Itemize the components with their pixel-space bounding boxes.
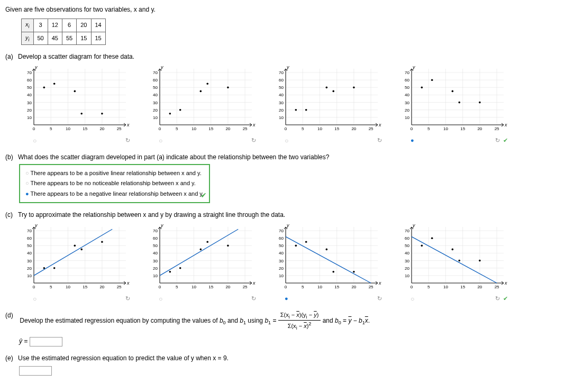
line-option-a[interactable]: 102030405060700510152025yx ○ ↻ [19,224,130,304]
svg-text:40: 40 [279,251,284,256]
svg-point-68 [206,83,208,85]
svg-text:30: 30 [27,101,32,105]
intro-text: Given are five observations for two vari… [5,5,560,14]
svg-text:60: 60 [405,236,409,241]
svg-line-170 [34,229,112,276]
svg-text:y: y [34,224,38,228]
svg-text:y: y [412,224,415,228]
svg-point-69 [227,87,229,89]
part-a-text: Develop a scatter diagram for these data… [18,53,134,60]
reset-icon[interactable]: ↻ [495,136,500,144]
svg-text:30: 30 [405,101,409,105]
svg-text:20: 20 [279,266,284,270]
scatter-option-d[interactable]: 102030405060700510152025yx ● ↻✔ [397,66,508,145]
svg-point-137 [452,90,454,93]
svg-text:x: x [504,122,507,127]
svg-text:0: 0 [33,285,35,289]
svg-text:15: 15 [83,285,87,289]
reset-icon[interactable]: ↻ [251,295,256,304]
reset-icon[interactable]: ↻ [251,136,256,145]
svg-text:50: 50 [279,85,284,90]
reset-icon[interactable]: ↻ [125,295,130,304]
svg-text:30: 30 [27,258,32,263]
radio-unselected-icon[interactable]: ○ [159,295,162,304]
line-option-d[interactable]: 102030405060700510152025yx ○ ↻✔ [397,224,508,304]
svg-text:40: 40 [27,93,32,98]
svg-text:10: 10 [279,274,284,278]
svg-text:10: 10 [279,115,284,120]
yhat-input[interactable] [30,337,62,347]
part-e-text: Use the estimated regression equation to… [18,354,229,362]
svg-text:20: 20 [351,126,356,131]
svg-text:20: 20 [27,266,32,270]
radio-selected-icon[interactable]: ● [411,136,414,144]
svg-text:40: 40 [153,251,158,256]
radio-unselected-icon[interactable]: ○ [33,136,37,145]
svg-text:60: 60 [405,78,409,83]
svg-point-172 [53,267,56,269]
svg-text:10: 10 [66,285,70,289]
svg-text:25: 25 [495,126,499,131]
svg-point-244 [326,248,328,250]
svg-text:15: 15 [83,126,87,131]
cell: 14 [91,19,105,32]
svg-text:0: 0 [159,126,161,131]
svg-point-103 [332,90,334,93]
svg-point-100 [295,109,297,111]
svg-point-139 [479,102,481,104]
svg-text:0: 0 [285,285,287,289]
svg-point-138 [458,102,460,104]
reset-icon[interactable]: ↻ [377,136,382,145]
part-b-text: What does the scatter diagram developed … [18,153,329,161]
svg-text:20: 20 [477,285,482,289]
svg-line-278 [412,236,497,283]
mc-option-1[interactable]: There appears to be a positive linear re… [25,168,204,178]
mc-option-3[interactable]: There appears to be a negative linear re… [25,189,204,199]
radio-selected-icon[interactable]: ● [285,295,288,303]
scatter-option-a[interactable]: 102030405060700510152025yx ○ ↻ [19,66,130,145]
radio-unselected-icon[interactable]: ○ [33,295,37,304]
svg-text:y: y [160,66,163,70]
svg-text:70: 70 [279,229,284,233]
svg-text:10: 10 [27,115,32,120]
svg-point-210 [206,241,208,243]
part-e: (e)Use the estimated regression equation… [5,354,560,376]
line-option-c[interactable]: 102030405060700510152025yx ● ↻ [271,224,382,304]
reset-icon[interactable]: ↻ [495,295,500,304]
svg-text:20: 20 [225,126,230,131]
svg-text:20: 20 [153,108,158,113]
svg-text:25: 25 [117,126,122,131]
part-c-label: (c) [5,211,18,220]
radio-unselected-icon[interactable]: ○ [159,136,162,145]
mc-option-2[interactable]: There appears to be no noticeable relati… [25,178,204,188]
svg-text:15: 15 [334,126,339,131]
radio-unselected-icon[interactable]: ○ [411,295,414,304]
radio-unselected-icon[interactable]: ○ [285,136,288,145]
svg-text:x: x [252,122,256,127]
svg-text:10: 10 [153,274,158,278]
svg-text:0: 0 [411,126,413,131]
svg-text:25: 25 [495,285,499,289]
svg-text:50: 50 [279,243,284,248]
svg-point-135 [421,87,423,89]
svg-text:15: 15 [208,285,213,289]
svg-text:20: 20 [225,285,230,289]
part-a-label: (a) [5,52,18,61]
svg-line-206 [160,229,238,276]
scatter-option-b[interactable]: 102030405060700510152025yx ○ ↻ [145,66,256,145]
scatter-option-c[interactable]: 102030405060700510152025yx ○ ↻ [271,66,382,145]
svg-text:70: 70 [153,229,158,233]
reset-icon[interactable]: ↻ [125,136,130,145]
svg-point-279 [421,244,423,247]
y-hat-label: ŷ = [19,338,30,345]
svg-text:40: 40 [279,93,284,98]
predict-input[interactable] [19,366,52,376]
cell: 15 [77,32,91,45]
line-option-b[interactable]: 102030405060700510152025yx ○ ↻ [145,224,256,304]
svg-text:70: 70 [279,70,284,75]
svg-text:5: 5 [302,285,304,289]
svg-text:70: 70 [153,70,158,75]
svg-point-175 [101,241,103,243]
svg-text:10: 10 [443,126,448,131]
reset-icon[interactable]: ↻ [377,295,382,303]
